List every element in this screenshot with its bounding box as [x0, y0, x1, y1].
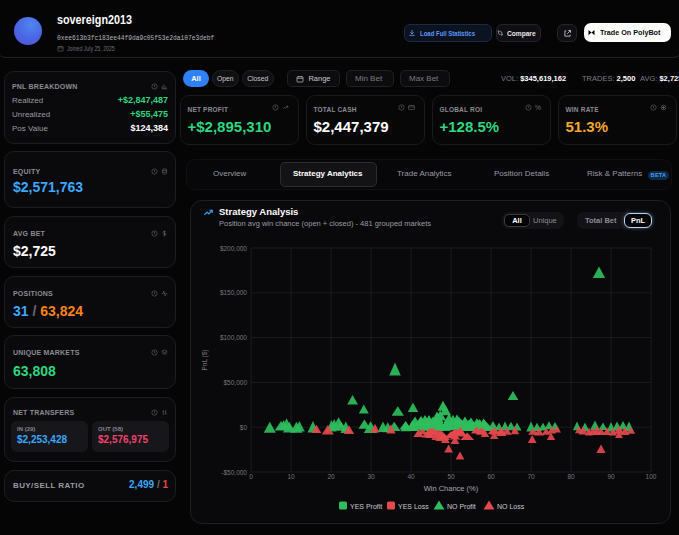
- svg-text:50: 50: [447, 473, 455, 480]
- svg-text:60: 60: [487, 473, 495, 480]
- svg-text:20: 20: [327, 473, 335, 480]
- svg-text:40: 40: [407, 473, 415, 480]
- svg-text:70: 70: [527, 473, 535, 480]
- svg-text:30: 30: [367, 473, 375, 480]
- svg-text:NO Loss: NO Loss: [497, 503, 525, 510]
- svg-text:-$50,000: -$50,000: [221, 469, 247, 476]
- svg-text:10: 10: [287, 473, 295, 480]
- svg-text:YES Loss: YES Loss: [398, 503, 429, 510]
- svg-text:$50,000: $50,000: [224, 379, 248, 386]
- svg-text:0: 0: [249, 473, 253, 480]
- svg-text:90: 90: [607, 473, 615, 480]
- svg-text:$200,000: $200,000: [220, 245, 247, 252]
- svg-text:80: 80: [567, 473, 575, 480]
- svg-text:NO Profit: NO Profit: [447, 503, 476, 510]
- svg-text:$0: $0: [240, 424, 248, 431]
- svg-text:$100,000: $100,000: [220, 334, 247, 341]
- svg-text:YES Profit: YES Profit: [350, 503, 382, 510]
- svg-text:100: 100: [646, 473, 657, 480]
- svg-text:$150,000: $150,000: [220, 289, 247, 296]
- svg-text:Win Chance (%): Win Chance (%): [424, 484, 479, 493]
- svg-text:PnL ($): PnL ($): [201, 349, 209, 370]
